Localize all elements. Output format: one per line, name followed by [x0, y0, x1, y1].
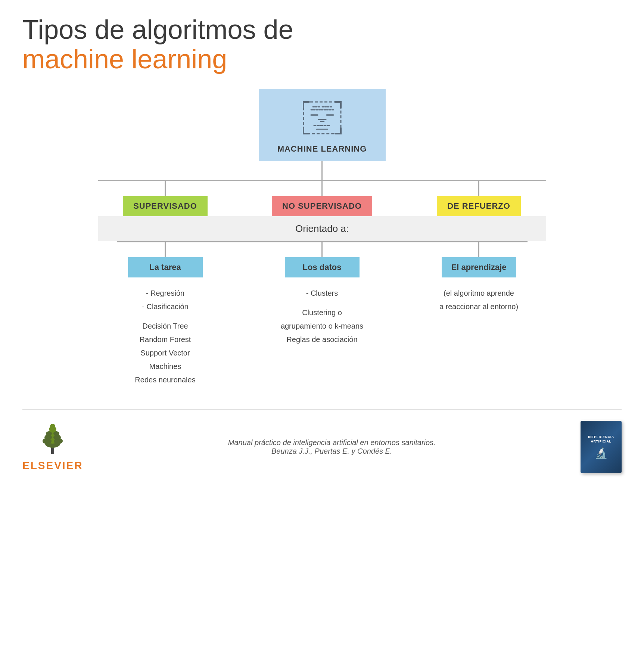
- elsevier-logo: ELSEVIER: [22, 422, 83, 472]
- sub-content-tarea: - Regresión - Clasificación Decisión Tre…: [135, 286, 195, 386]
- branch-connector-left: [165, 181, 166, 196]
- svg-point-19: [46, 431, 52, 436]
- sub-branch-aprendizaje: El aprendizaje (el algoritmo aprende a r…: [412, 242, 546, 313]
- root-connector: [321, 161, 323, 180]
- svg-point-20: [53, 431, 59, 436]
- sub-content-aprendizaje: (el algoritmo aprende a reaccionar al en…: [439, 286, 518, 313]
- diagram: MACHINE LEARNING SUPERVISADO NO SUPERVIS…: [22, 89, 622, 386]
- tarea-line6: Machines: [135, 360, 195, 373]
- main-h-line: [98, 180, 546, 181]
- root-node: MACHINE LEARNING: [259, 89, 386, 161]
- main-branches: SUPERVISADO NO SUPERVISADO DE REFUERZO: [98, 181, 546, 216]
- sub-h-line: [98, 241, 546, 242]
- sub-branch-datos: Los datos - Clusters Clustering o agrupa…: [255, 242, 389, 346]
- aprendizaje-line2: a reaccionar al entorno): [439, 300, 518, 313]
- tarea-line1: - Regresión: [135, 286, 195, 300]
- tarea-line5: Support Vector: [135, 346, 195, 360]
- root-label: MACHINE LEARNING: [277, 144, 367, 154]
- datos-line2: Clustering o: [281, 306, 363, 319]
- footer-citation: Manual práctico de inteligencia artifici…: [83, 438, 581, 456]
- aprendizaje-line1: (el algoritmo aprende: [439, 286, 518, 300]
- book-cover-icon: 🔬: [595, 447, 608, 459]
- sub-connector-left: [165, 242, 166, 257]
- cat-supervisado: SUPERVISADO: [123, 196, 208, 216]
- cat-no-supervisado: NO SUPERVISADO: [272, 196, 372, 216]
- citation-line2: Beunza J.J., Puertas E. y Condés E.: [83, 447, 581, 456]
- book-cover: INTELIGENCIA ARTIFICIAL 🔬: [581, 421, 622, 473]
- page-title: Tipos de algoritmos de machine learning: [22, 15, 622, 74]
- sub-branches: La tarea - Regresión - Clasificación Dec…: [98, 242, 546, 386]
- cat-de-refuerzo: DE REFUERZO: [437, 196, 521, 216]
- datos-line4: Reglas de asociación: [281, 333, 363, 346]
- sub-cat-datos: Los datos: [285, 257, 360, 277]
- citation-line1: Manual práctico de inteligencia artifici…: [83, 438, 581, 447]
- tarea-line7: Redes neuronales: [135, 373, 195, 386]
- sub-cat-tarea: La tarea: [128, 257, 203, 277]
- book-title: INTELIGENCIA ARTIFICIAL: [588, 435, 614, 444]
- branch-connector-center: [321, 181, 323, 196]
- svg-point-22: [50, 424, 55, 428]
- sub-connector-right: [478, 242, 479, 257]
- sub-cat-aprendizaje: El aprendizaje: [442, 257, 516, 277]
- ai-face-icon: [300, 100, 345, 141]
- branch-de-refuerzo: DE REFUERZO: [412, 181, 546, 216]
- orientado-row: Orientado a:: [98, 216, 546, 241]
- title-line1: Tipos de algoritmos de: [22, 15, 622, 44]
- elsevier-tree-icon: [38, 422, 68, 460]
- sub-connector-center: [321, 242, 323, 257]
- sub-branch-tarea: La tarea - Regresión - Clasificación Dec…: [98, 242, 233, 386]
- footer: ELSEVIER Manual práctico de inteligencia…: [22, 409, 622, 473]
- sub-content-datos: - Clusters Clustering o agrupamiento o k…: [281, 286, 363, 346]
- title-line2: machine learning: [22, 44, 622, 74]
- branch-supervisado: SUPERVISADO: [98, 181, 233, 216]
- datos-line3: agrupamiento o k-means: [281, 319, 363, 333]
- tarea-line2: - Clasificación: [135, 300, 195, 313]
- tarea-line4: Random Forest: [135, 333, 195, 346]
- footer-left: ELSEVIER: [22, 422, 83, 472]
- datos-line1: - Clusters: [281, 286, 363, 300]
- elsevier-brand: ELSEVIER: [22, 460, 83, 472]
- branch-no-supervisado: NO SUPERVISADO: [255, 181, 389, 216]
- tarea-line3: Decisión Tree: [135, 319, 195, 333]
- branch-connector-right: [478, 181, 479, 196]
